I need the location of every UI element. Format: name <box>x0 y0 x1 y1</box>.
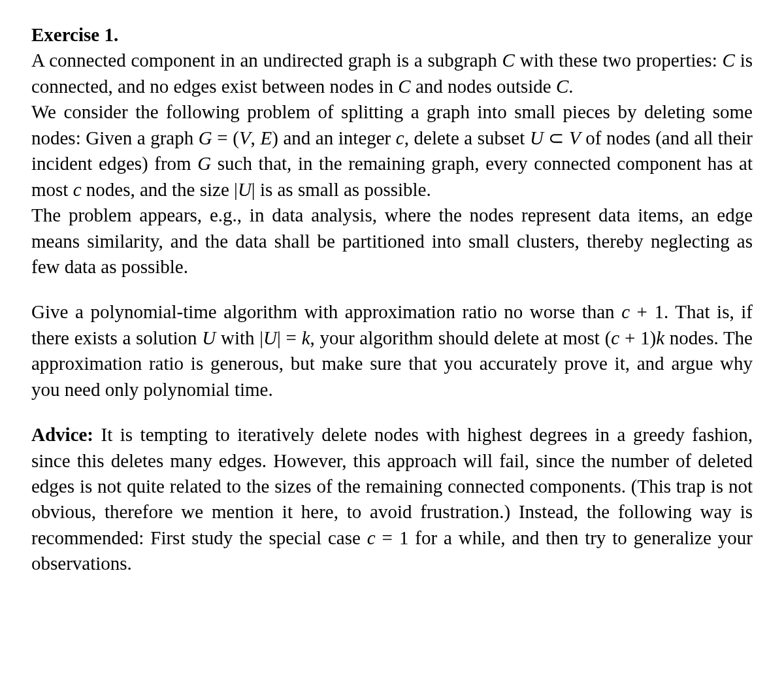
paragraph-gap <box>31 402 753 422</box>
math-c: c <box>367 527 376 548</box>
text: is as small as possible. <box>255 179 431 200</box>
text: = <box>281 327 302 348</box>
text: The problem appears, e.g., in data analy… <box>31 205 753 277</box>
text: , your algorithm should delete at most <box>310 327 605 348</box>
math-c: c <box>73 179 82 200</box>
math-k: k <box>656 327 664 348</box>
text: Give a polynomial-time algorithm with ap… <box>31 301 621 322</box>
math-V: V <box>239 127 251 148</box>
paragraph-definition: A connected component in an undirected g… <box>31 48 753 99</box>
text: = ( <box>212 127 239 148</box>
text: with <box>216 327 259 348</box>
math-E: E <box>260 127 272 148</box>
text: + 1) <box>619 327 656 348</box>
math-c: c <box>621 301 630 322</box>
math-V: V <box>569 127 581 148</box>
subset-symbol: ⊂ <box>544 127 569 148</box>
advice-label: Advice: <box>31 424 93 445</box>
math-C: C <box>723 50 735 71</box>
text: . <box>568 76 573 97</box>
math-G: G <box>197 153 211 174</box>
text: + 1 <box>630 301 664 322</box>
text: ) <box>272 127 278 148</box>
text: and an integer <box>278 127 396 148</box>
math-C: C <box>398 76 410 97</box>
math-c: c <box>396 127 404 148</box>
text: , delete a subset <box>404 127 530 148</box>
paragraph-gap <box>31 280 753 299</box>
paragraph-task: Give a polynomial-time algorithm with ap… <box>31 299 753 402</box>
paragraph-context: The problem appears, e.g., in data analy… <box>31 203 753 280</box>
math-C: C <box>502 50 515 71</box>
text: nodes, and the size <box>82 179 235 200</box>
text: with these two properties: <box>515 50 723 71</box>
math-G: G <box>199 127 212 148</box>
exercise-page: Exercise 1. A connected component in an … <box>0 0 784 673</box>
text: = 1 <box>376 527 409 548</box>
math-U: U <box>263 327 277 348</box>
paragraph-advice: Advice: It is tempting to iteratively de… <box>31 422 753 577</box>
text: A connected component in an undirected g… <box>31 50 502 71</box>
math-k: k <box>302 327 310 348</box>
text: , <box>251 127 261 148</box>
exercise-heading: Exercise 1. <box>31 24 118 45</box>
math-c: c <box>611 327 619 348</box>
math-C: C <box>556 76 568 97</box>
text: ( <box>605 327 612 348</box>
text: and nodes outside <box>411 76 556 97</box>
heading-line: Exercise 1. <box>31 22 753 48</box>
paragraph-problem: We consider the following problem of spl… <box>31 99 753 203</box>
math-U: U <box>530 127 544 148</box>
math-U: U <box>202 327 216 348</box>
math-U: U <box>238 179 252 200</box>
